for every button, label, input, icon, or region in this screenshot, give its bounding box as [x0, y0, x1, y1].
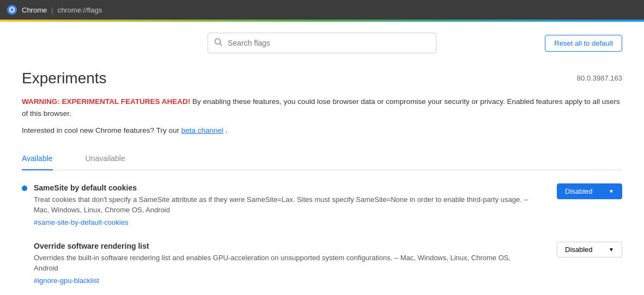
browser-bar: Chrome | chrome://flags — [0, 0, 644, 20]
svg-point-2 — [10, 8, 14, 11]
feature-description: Overrides the built-in software renderin… — [34, 253, 535, 274]
browser-title: Chrome — [22, 6, 47, 14]
feature-dot — [22, 186, 27, 191]
search-input[interactable] — [208, 33, 436, 53]
reset-all-button[interactable]: Reset all to default — [545, 35, 622, 52]
feature-description: Treat cookies that don't specify a SameS… — [34, 194, 535, 216]
search-icon — [214, 38, 223, 48]
interest-text: Interested in cool new Chrome features? … — [22, 125, 622, 137]
dropdown-arrow-icon: ▼ — [609, 247, 614, 253]
feature-title: SameSite by default cookies — [34, 183, 535, 192]
version-text: 80.0.3987.163 — [577, 74, 622, 82]
interest-before: Interested in cool new Chrome features? … — [22, 126, 181, 134]
feature-control: Disabled ▼ — [557, 242, 622, 257]
feature-dot — [22, 244, 27, 249]
browser-separator: | — [51, 6, 53, 14]
page-content: Reset all to default Experiments 80.0.39… — [0, 22, 644, 295]
search-row: Reset all to default — [22, 33, 622, 53]
chrome-logo-icon — [7, 4, 17, 15]
tabs-row: Available Unavailable — [22, 148, 622, 170]
feature-list: SameSite by default cookies Treat cookie… — [22, 183, 622, 285]
svg-line-4 — [220, 44, 222, 46]
page-title: Experiments — [22, 70, 107, 87]
feature-dropdown-override-rendering[interactable]: Disabled ▼ — [557, 242, 622, 257]
experiments-header: Experiments 80.0.3987.163 — [22, 70, 622, 87]
beta-channel-link[interactable]: beta channel — [181, 126, 223, 134]
feature-title: Override software rendering list — [34, 242, 535, 250]
feature-dropdown-samesite[interactable]: Disabled ▼ — [557, 183, 622, 199]
feature-body: Override software rendering list Overrid… — [34, 242, 535, 285]
feature-body: SameSite by default cookies Treat cookie… — [34, 183, 535, 226]
feature-item-samesite: SameSite by default cookies Treat cookie… — [22, 183, 622, 226]
tab-available[interactable]: Available — [22, 148, 53, 170]
interest-after: . — [226, 126, 228, 134]
feature-item-override-rendering: Override software rendering list Overrid… — [22, 242, 622, 285]
warning-block: WARNING: EXPERIMENTAL FEATURES AHEAD! By… — [22, 96, 622, 137]
warning-prefix: WARNING: EXPERIMENTAL FEATURES AHEAD! — [22, 97, 190, 106]
feature-anchor-link[interactable]: #ignore-gpu-blacklist — [34, 276, 99, 285]
dropdown-arrow-icon: ▼ — [609, 188, 614, 194]
feature-control: Disabled ▼ — [557, 183, 622, 199]
tab-unavailable[interactable]: Unavailable — [86, 148, 125, 170]
feature-anchor-link[interactable]: #same-site-by-default-cookies — [34, 218, 128, 226]
search-container — [208, 33, 436, 53]
browser-url: chrome://flags — [58, 6, 102, 14]
warning-text: WARNING: EXPERIMENTAL FEATURES AHEAD! By… — [22, 96, 622, 119]
